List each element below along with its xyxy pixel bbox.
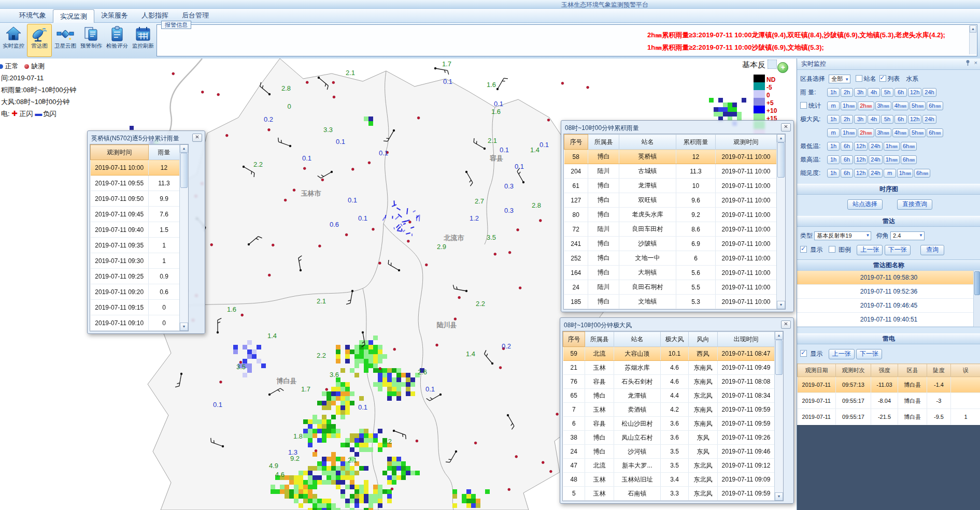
- tmin-button-12h[interactable]: 12h: [854, 142, 868, 151]
- wind-stat-button-4h㎜[interactable]: 4h㎜: [892, 128, 908, 137]
- column-header-1[interactable]: 所属县: [588, 135, 619, 150]
- scroll-thumb[interactable]: [775, 340, 783, 375]
- tmin-button-24h[interactable]: 24h: [869, 142, 882, 151]
- lightning-col-4[interactable]: 陡度: [927, 364, 951, 377]
- column-header-5[interactable]: 出现时间: [718, 332, 775, 347]
- rain-stat-button-6h㎜[interactable]: 6h㎜: [927, 101, 943, 110]
- rain-button-6h[interactable]: 6h: [894, 88, 907, 97]
- table-row[interactable]: 5玉林石南镇3.3东北风2019-07-11 09:59: [563, 487, 775, 501]
- table-row[interactable]: 38博白凤山立石村3.6东风2019-07-11 09:26: [563, 431, 775, 445]
- list-checkbox[interactable]: [879, 75, 886, 82]
- table-row[interactable]: 2019-07-11 09:100: [91, 315, 180, 331]
- tmax-button-12h[interactable]: 12h: [854, 155, 868, 164]
- toolbar-button-warning-make[interactable]: 预警制作: [79, 24, 104, 57]
- tmin-button-1h㎜[interactable]: 1h㎜: [884, 142, 900, 151]
- column-header-0[interactable]: 观测时间: [91, 145, 149, 160]
- rain-button-24h[interactable]: 24h: [922, 88, 936, 97]
- table-row[interactable]: 21玉林苏烟水库4.6东南风2019-07-11 09:49: [563, 361, 775, 375]
- table-row[interactable]: 2019-07-11 09:401.5: [91, 222, 180, 238]
- table-row[interactable]: 58博白英桥镇122019-07-11 10:00: [564, 150, 777, 164]
- toolbar-button-verify-score[interactable]: 检验评分: [105, 24, 130, 57]
- table-scrollbar[interactable]: ▲▼: [776, 134, 785, 309]
- menu-item-weather-modify[interactable]: 人影指挥: [135, 9, 175, 22]
- close-panel-icon[interactable]: ×: [974, 60, 977, 66]
- rain-stat-button-5h㎜[interactable]: 5h㎜: [910, 101, 926, 110]
- scroll-down-icon[interactable]: ▼: [180, 323, 188, 331]
- visibility-button-24h[interactable]: 24h: [869, 169, 882, 178]
- wind-stat-button-5h㎜[interactable]: 5h㎜: [910, 128, 926, 137]
- rain-stat-button-4h㎜[interactable]: 4h㎜: [892, 101, 908, 110]
- radar-query-button[interactable]: 查询: [920, 245, 944, 255]
- lightning-col-0[interactable]: 观测日期: [798, 364, 836, 377]
- lightning-next-button[interactable]: 下一张: [856, 349, 882, 359]
- wind-button-24h[interactable]: 24h: [922, 115, 936, 124]
- wind-stat-button-m[interactable]: m: [827, 128, 840, 137]
- tmax-button-6h㎜[interactable]: 6h㎜: [901, 155, 917, 164]
- table-row[interactable]: 48玉林玉林站旧址3.4东北风2019-07-11 09:09: [563, 473, 775, 487]
- tmin-button-1h[interactable]: 1h: [827, 142, 840, 151]
- rain-stat-button-m[interactable]: m: [827, 101, 840, 110]
- lightning-col-1[interactable]: 观测时次: [836, 364, 871, 377]
- tmin-button-6h㎜[interactable]: 6h㎜: [901, 142, 917, 151]
- wind-button-2h[interactable]: 2h: [841, 115, 853, 124]
- toolbar-button-monitor-refresh[interactable]: 监控刷新: [131, 24, 155, 57]
- table-row[interactable]: 204陆川古城镇11.32019-07-11 10:00: [564, 164, 777, 179]
- scroll-thumb[interactable]: [180, 153, 188, 188]
- wind-stat-button-6h㎜[interactable]: 6h㎜: [927, 128, 943, 137]
- table-row[interactable]: 24陆川良田石垌村5.52019-07-11 10:00: [564, 280, 777, 295]
- visibility-button-6h㎜[interactable]: 6h㎜: [914, 169, 930, 178]
- scroll-up-icon[interactable]: ▲: [777, 134, 785, 142]
- scroll-up-icon[interactable]: ▲: [180, 144, 188, 153]
- wind-button-5h[interactable]: 5h: [881, 115, 893, 124]
- rain-button-1h[interactable]: 1h: [827, 88, 840, 97]
- table-row[interactable]: 7玉林卖酒镇4.2东南风2019-07-11 09:59: [563, 403, 775, 417]
- column-header-2[interactable]: 站名: [614, 332, 661, 347]
- column-header-2[interactable]: 站名: [619, 135, 676, 150]
- visibility-button-1h㎜[interactable]: 1h㎜: [897, 169, 913, 178]
- visibility-button-1h[interactable]: 1h: [827, 169, 840, 178]
- tmax-button-6h[interactable]: 6h: [841, 155, 853, 164]
- menu-item-env-weather[interactable]: 环境气象: [12, 9, 53, 22]
- rain-button-12h[interactable]: 12h: [908, 88, 921, 97]
- table-row[interactable]: 6容县松山沙田村3.6东南风2019-07-11 09:59: [563, 417, 775, 431]
- scroll-down-icon[interactable]: ▼: [775, 492, 783, 501]
- column-header-4[interactable]: 风向: [689, 332, 718, 347]
- menu-item-realtime-observe[interactable]: 实况监测: [53, 9, 94, 23]
- county-select[interactable]: 全部▼: [829, 75, 850, 83]
- radar-image-item[interactable]: 2019-07-11 09:40:51: [797, 313, 980, 327]
- menu-item-decision-service[interactable]: 决策服务: [94, 9, 135, 22]
- scroll-up-icon[interactable]: ▲: [970, 25, 976, 33]
- table-row[interactable]: 61博白龙潭镇102019-07-11 10:00: [564, 179, 777, 193]
- table-row[interactable]: 2019-07-11 09:200.6: [91, 284, 180, 300]
- scroll-down-icon[interactable]: ▼: [777, 301, 785, 309]
- radar-image-item[interactable]: 2019-07-11 09:58:30: [797, 271, 980, 285]
- tmin-button-6h[interactable]: 6h: [841, 142, 853, 151]
- radar-legend-checkbox[interactable]: [829, 246, 835, 253]
- rain-stat-button-2h㎜[interactable]: 2h㎜: [858, 101, 874, 110]
- table-scrollbar[interactable]: ▲▼: [179, 144, 188, 331]
- column-header-1[interactable]: 雨量: [149, 145, 180, 160]
- radar-image-item[interactable]: 2019-07-11 09:46:45: [797, 299, 980, 313]
- popup-station-rain[interactable]: 英桥镇(N5702)逐5分钟累计雨量 ✕ 观测时间雨量2019-07-11 10…: [87, 130, 205, 334]
- table-row[interactable]: 2019-07-11 09:351: [91, 238, 180, 253]
- popup-accumulated-rain[interactable]: 08时~10时00分钟累积雨量 ✕ 序号所属县站名累积雨量观测时间58博白英桥镇…: [561, 120, 794, 312]
- radar-prev-button[interactable]: 上一张: [857, 245, 883, 255]
- table-row[interactable]: 2019-07-11 09:509.9: [91, 191, 180, 207]
- add-layer-icon[interactable]: +: [777, 62, 788, 73]
- table-row[interactable]: 80博白老虎头水库9.22019-07-11 10:00: [564, 208, 777, 222]
- table-scrollbar[interactable]: ▲▼: [774, 331, 783, 501]
- table-row[interactable]: 2019-07-11 09:150: [91, 300, 180, 315]
- lightning-col-3[interactable]: 区县: [898, 364, 927, 377]
- lightning-prev-button[interactable]: 上一张: [829, 349, 855, 359]
- rain-stat-button-1h㎜[interactable]: 1h㎜: [841, 101, 857, 110]
- radar-type-select[interactable]: 基本反射率19▼: [814, 231, 871, 240]
- table-row[interactable]: 72陆川良田车田村8.62019-07-11 10:00: [564, 222, 777, 237]
- column-header-0[interactable]: 序号: [563, 332, 585, 347]
- table-row[interactable]: 2019-07-1109:55:17-21.5博白县-9.51: [798, 409, 980, 425]
- visibility-button-m[interactable]: m: [884, 169, 896, 178]
- wind-button-12h[interactable]: 12h: [908, 115, 921, 124]
- table-row[interactable]: 185博白文地镇5.32019-07-11 10:00: [564, 295, 777, 309]
- wind-button-1h[interactable]: 1h: [827, 115, 840, 124]
- station-select-button[interactable]: 站点选择: [847, 199, 883, 210]
- toolbar-button-radar-map[interactable]: 雷达图: [27, 24, 52, 57]
